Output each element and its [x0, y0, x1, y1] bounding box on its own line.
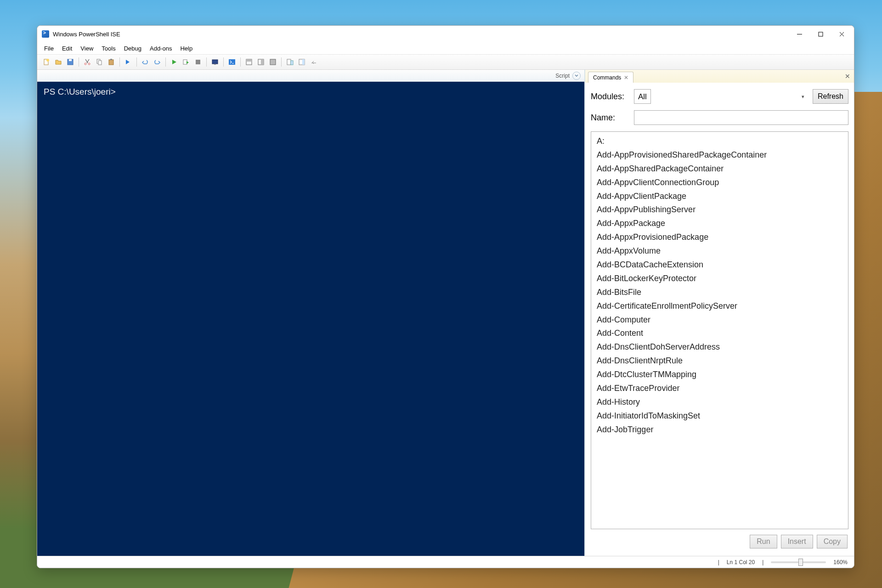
menu-debug[interactable]: Debug — [120, 44, 146, 53]
list-item[interactable]: Add-CertificateEnrollmentPolicyServer — [596, 300, 843, 313]
stop-button[interactable] — [192, 57, 204, 68]
close-button[interactable] — [831, 27, 852, 41]
run-command-button[interactable]: Run — [750, 535, 777, 548]
svg-rect-13 — [212, 60, 218, 64]
list-item[interactable]: Add-AppvClientPackage — [596, 190, 843, 204]
list-item[interactable]: A: — [596, 135, 843, 148]
tab-close-icon[interactable]: ✕ — [624, 74, 628, 81]
menubar: File Edit View Tools Debug Add-ons Help — [37, 42, 854, 54]
list-item[interactable]: Add-AppxPackage — [596, 217, 843, 231]
menu-edit[interactable]: Edit — [58, 44, 76, 53]
cursor-position: Ln 1 Col 20 — [727, 559, 755, 565]
refresh-button[interactable]: Refresh — [813, 89, 848, 104]
svg-rect-0 — [819, 32, 823, 36]
copy-button[interactable] — [94, 57, 105, 68]
list-item[interactable]: Add-DtcClusterTMMapping — [596, 368, 843, 382]
menu-help[interactable]: Help — [176, 44, 197, 53]
tab-commands[interactable]: Commands ✕ — [588, 72, 633, 83]
workspace: Script PS C:\Users\joeri> Commands ✕ ✕ M… — [37, 70, 854, 556]
commands-pane: Commands ✕ ✕ Modules: All ▾ Refresh — [585, 70, 854, 556]
maximize-button[interactable] — [810, 27, 831, 41]
save-button[interactable] — [65, 57, 76, 68]
menu-view[interactable]: View — [76, 44, 97, 53]
run-script-button[interactable] — [123, 57, 134, 68]
redo-button[interactable] — [152, 57, 163, 68]
modules-label: Modules: — [591, 92, 629, 102]
list-item[interactable]: Add-AppvClientConnectionGroup — [596, 176, 843, 190]
menu-file[interactable]: File — [40, 44, 58, 53]
menu-tools[interactable]: Tools — [97, 44, 119, 53]
svg-rect-4 — [69, 59, 72, 61]
layout-script-max-button[interactable] — [267, 57, 278, 68]
list-item[interactable]: Add-History — [596, 396, 843, 409]
copy-command-button[interactable]: Copy — [817, 535, 848, 548]
layout-script-right-button[interactable] — [255, 57, 266, 68]
svg-rect-24 — [302, 59, 305, 65]
paste-button[interactable] — [106, 57, 117, 68]
expand-script-button[interactable] — [572, 72, 581, 80]
script-label: Script — [555, 73, 570, 79]
minimize-button[interactable] — [789, 27, 810, 41]
run-selection-button[interactable] — [181, 57, 192, 68]
list-item[interactable]: Add-BitLockerKeyProtector — [596, 272, 843, 286]
new-file-button[interactable] — [41, 57, 52, 68]
list-item[interactable]: Add-Content — [596, 327, 843, 340]
remote-button[interactable] — [209, 57, 220, 68]
toolbar-overflow-button[interactable] — [308, 57, 319, 68]
svg-point-5 — [85, 63, 86, 65]
svg-rect-11 — [183, 60, 187, 64]
svg-rect-12 — [196, 60, 200, 64]
console-pane[interactable]: PS C:\Users\joeri> — [37, 82, 584, 556]
powershell-icon — [42, 30, 49, 38]
show-command-button[interactable] — [284, 57, 295, 68]
menu-addons[interactable]: Add-ons — [146, 44, 176, 53]
layout-script-top-button[interactable] — [243, 57, 254, 68]
name-label: Name: — [591, 113, 629, 123]
tab-strip: Commands ✕ ✕ — [585, 70, 854, 83]
list-item[interactable]: Add-DnsClientNrptRule — [596, 354, 843, 368]
app-window: Windows PowerShell ISE File Edit View To… — [37, 25, 854, 568]
list-item[interactable]: Add-BCDataCacheExtension — [596, 258, 843, 272]
zoom-slider[interactable] — [771, 561, 826, 563]
svg-rect-15 — [229, 59, 235, 65]
list-item[interactable]: Add-AppxProvisionedPackage — [596, 231, 843, 244]
name-input[interactable] — [634, 110, 848, 125]
powershell-tab-button[interactable] — [226, 57, 237, 68]
undo-button[interactable] — [140, 57, 151, 68]
svg-point-2 — [46, 59, 49, 62]
list-item[interactable]: Add-InitiatorIdToMaskingSet — [596, 409, 843, 423]
list-item[interactable]: Add-AppSharedPackageContainer — [596, 162, 843, 176]
commands-panel-body: Modules: All ▾ Refresh Name: A:Add-AppPr… — [585, 83, 854, 556]
svg-rect-9 — [109, 60, 113, 65]
cut-button[interactable] — [82, 57, 93, 68]
svg-rect-8 — [98, 61, 102, 65]
svg-point-6 — [88, 63, 90, 65]
list-item[interactable]: Add-Computer — [596, 313, 843, 327]
window-title: Windows PowerShell ISE — [53, 31, 120, 38]
open-file-button[interactable] — [53, 57, 64, 68]
svg-rect-22 — [291, 61, 293, 65]
list-item[interactable]: Add-JobTrigger — [596, 423, 843, 437]
tab-label: Commands — [593, 74, 621, 81]
list-item[interactable]: Add-AppProvisionedSharedPackageContainer — [596, 148, 843, 162]
panel-close-icon[interactable]: ✕ — [845, 73, 850, 80]
show-command-addon-button[interactable] — [296, 57, 307, 68]
list-item[interactable]: Add-BitsFile — [596, 286, 843, 300]
statusbar: | Ln 1 Col 20 | 160% — [37, 556, 854, 568]
svg-rect-20 — [270, 59, 276, 65]
script-bar: Script — [37, 70, 584, 82]
svg-rect-19 — [261, 59, 264, 65]
run-button[interactable] — [169, 57, 180, 68]
list-item[interactable]: Add-AppxVolume — [596, 244, 843, 258]
svg-rect-10 — [110, 59, 112, 60]
titlebar: Windows PowerShell ISE — [37, 26, 854, 42]
svg-rect-14 — [214, 64, 216, 65]
insert-command-button[interactable]: Insert — [781, 535, 813, 548]
list-item[interactable]: Add-EtwTraceProvider — [596, 382, 843, 396]
list-item[interactable]: Add-AppvPublishingServer — [596, 203, 843, 217]
commands-list[interactable]: A:Add-AppProvisionedSharedPackageContain… — [591, 131, 848, 529]
chevron-down-icon: ▾ — [802, 94, 804, 100]
modules-select[interactable]: All — [634, 89, 651, 104]
list-item[interactable]: Add-DnsClientDohServerAddress — [596, 340, 843, 354]
svg-rect-17 — [246, 59, 252, 62]
